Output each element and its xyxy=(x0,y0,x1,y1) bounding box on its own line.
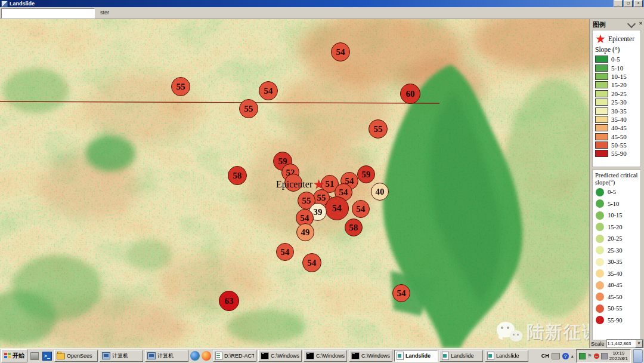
slope-marker[interactable]: 58 xyxy=(345,219,363,236)
chevron-down-icon[interactable]: ▼ xyxy=(635,340,643,347)
legend-swatch xyxy=(596,235,604,243)
legend-class-label: 25-30 xyxy=(611,99,627,106)
slope-marker[interactable]: 54 xyxy=(331,42,350,61)
quick-launch-powershell-icon[interactable]: >_ xyxy=(42,350,52,361)
taskbar-clock[interactable]: 10:19 2022/8/1 xyxy=(609,350,628,361)
legend-swatch xyxy=(595,64,608,72)
slope-marker[interactable]: 54 xyxy=(325,196,349,220)
legend-row: 40-45 xyxy=(595,124,638,132)
critical-legend-title-2: slope(°) xyxy=(595,179,638,186)
legend-class-label: 0-5 xyxy=(608,189,616,195)
legend-row: 45-50 xyxy=(595,133,638,141)
slope-marker[interactable]: 54 xyxy=(302,253,321,272)
chevron-up-icon[interactable]: ▴ xyxy=(571,353,574,359)
legend-row: 35-40 xyxy=(595,268,638,280)
taskbar-button[interactable]: D:\RED-ACT\... xyxy=(213,350,256,362)
legend-swatch xyxy=(596,199,604,208)
taskbar-button[interactable]: 计算机 xyxy=(145,350,188,362)
windows-flag-icon xyxy=(4,353,11,359)
taskbar-button[interactable]: Landslide xyxy=(439,350,483,362)
taskbar-button-label: C:\Windows\s... xyxy=(361,353,390,359)
terminal-icon xyxy=(306,352,314,359)
taskbar-button[interactable]: OpenSees xyxy=(54,350,98,362)
pin-icon[interactable] xyxy=(627,20,636,28)
taskbar-button[interactable]: 计算机 xyxy=(100,350,143,362)
critical-legend-title-1: Predicted critical xyxy=(595,172,638,179)
legend-class-label: 55-90 xyxy=(608,317,623,324)
tray-network-icon[interactable] xyxy=(601,353,608,359)
terminal-icon xyxy=(351,352,360,359)
printer-icon[interactable] xyxy=(552,353,560,359)
slope-marker[interactable]: 54 xyxy=(352,200,370,218)
legend-class-label: 15-20 xyxy=(608,224,623,230)
legend-class-label: 5-10 xyxy=(608,201,619,207)
legend-row: 30-35 xyxy=(595,106,638,115)
slope-marker[interactable]: 59 xyxy=(357,165,375,183)
quick-launch-desktop-icon[interactable] xyxy=(29,350,40,361)
language-indicator[interactable]: CH xyxy=(541,353,549,359)
taskbar-button[interactable]: C:\Windows\s... xyxy=(304,350,347,362)
wechat-icon xyxy=(497,321,524,344)
layer-combo-box[interactable] xyxy=(1,8,95,19)
legend-class-label: 15-20 xyxy=(611,81,627,88)
critical-slope-legend-box: Predicted critical slope(°) 0-55-1010-15… xyxy=(592,170,641,340)
slope-marker[interactable]: 40 xyxy=(371,183,389,201)
folder-icon xyxy=(57,353,65,359)
legend-epicenter-star-icon: ★ xyxy=(595,33,606,44)
panel-close-icon[interactable]: × xyxy=(639,20,642,26)
legend-row: 10-15 xyxy=(595,72,638,81)
document-icon xyxy=(215,352,222,360)
taskbar-button[interactable]: Landslide xyxy=(485,350,528,362)
slope-marker[interactable]: 49 xyxy=(296,223,314,241)
slope-marker[interactable]: 60 xyxy=(400,84,420,104)
help-icon[interactable]: ? xyxy=(562,353,569,359)
legend-row: 55-90 xyxy=(595,149,638,158)
system-tray: CH ? ▴ ⚑ 10:19 2022/8/1 xyxy=(541,349,643,363)
slope-marker[interactable]: 54 xyxy=(276,243,294,261)
legend-class-label: 30-35 xyxy=(611,107,627,115)
taskbar-button-label: D:\RED-ACT\... xyxy=(224,353,254,359)
legend-class-label: 50-55 xyxy=(611,141,627,149)
taskbar-button-label: Landslide xyxy=(405,353,431,359)
app-icon xyxy=(1,1,8,7)
slope-marker[interactable]: 54 xyxy=(259,81,278,100)
scale-dropdown[interactable]: 1:1,442,863 ▼ xyxy=(606,339,643,348)
taskbar-color-orb-icon[interactable] xyxy=(190,351,200,361)
maximize-button[interactable]: □ xyxy=(624,0,633,7)
taskbar-browser-orb-icon[interactable] xyxy=(202,351,211,361)
legend-class-label: 0-5 xyxy=(611,56,620,63)
toolbar: ster xyxy=(0,7,644,19)
show-desktop-button[interactable] xyxy=(633,349,643,363)
slope-marker[interactable]: 55 xyxy=(171,77,190,96)
legend-swatch xyxy=(596,188,604,196)
legend-row: 50-55 xyxy=(595,303,638,315)
legend-swatch xyxy=(596,258,604,266)
slope-marker[interactable]: 55 xyxy=(369,119,388,139)
start-button[interactable]: 开始 xyxy=(1,349,27,362)
legend-swatch xyxy=(595,99,608,106)
legend-swatch xyxy=(596,269,604,278)
tray-alert-icon[interactable] xyxy=(594,353,599,359)
legend-swatch xyxy=(596,304,604,313)
scale-label: Scale xyxy=(591,341,605,347)
taskbar-button[interactable]: C:\Windows\s... xyxy=(258,350,302,362)
computer-icon xyxy=(147,352,156,359)
legend-panel: 图例 × ★ Epicenter Slope (°) 0-55-1010-151… xyxy=(589,19,644,348)
window-title: Landslide xyxy=(10,1,35,7)
legend-swatch xyxy=(595,141,608,149)
taskbar-button[interactable]: Landslide xyxy=(394,350,438,362)
scale-value: 1:1,442,863 xyxy=(607,341,635,346)
taskbar-button-label: 计算机 xyxy=(112,352,128,360)
taskbar-button[interactable]: C:\Windows\s... xyxy=(349,350,392,362)
tray-app-icon[interactable] xyxy=(579,353,586,359)
close-button[interactable]: × xyxy=(634,0,643,7)
flag-icon[interactable]: ⚑ xyxy=(587,353,592,359)
slope-marker[interactable]: 58 xyxy=(228,166,247,185)
legend-panel-title: 图例 xyxy=(593,21,606,28)
slope-marker[interactable]: 55 xyxy=(239,99,258,118)
legend-swatch xyxy=(596,293,604,301)
minimize-button[interactable]: _ xyxy=(614,0,623,7)
slope-marker[interactable]: 54 xyxy=(392,284,410,302)
legend-class-label: 45-50 xyxy=(611,133,627,140)
slope-marker[interactable]: 63 xyxy=(219,291,239,311)
